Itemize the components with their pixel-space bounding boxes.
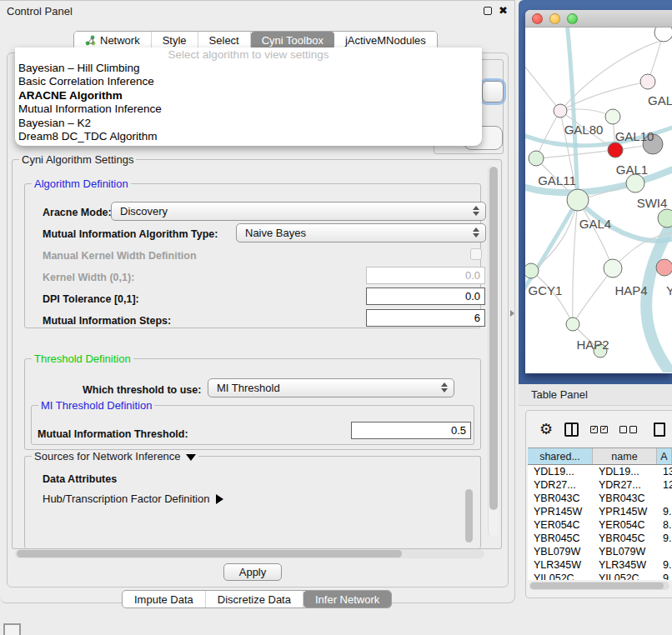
algorithm-option[interactable]: Basic Correlation Inference (15, 75, 482, 88)
node-label-gal10: GAL10 (615, 129, 654, 143)
algorithm-option[interactable]: Dream8 DC_TDC Algorithm (15, 130, 482, 143)
table-row[interactable]: YBR045CYBR045C9. (528, 532, 672, 545)
table-cell: YLR345W (593, 558, 657, 572)
table-panel-header: Table Panel (519, 384, 672, 406)
bottom-tabs: Impute DataDiscretize DataInfer Network (122, 590, 392, 608)
table-cell: YPR145W (593, 505, 657, 518)
network-node-gal80[interactable] (554, 104, 567, 118)
tab-style[interactable]: Style (152, 32, 198, 49)
network-node-gal1[interactable] (608, 142, 623, 158)
network-node[interactable] (658, 209, 672, 228)
network-node-gal10[interactable] (605, 109, 620, 124)
panel-title: Control Panel (7, 5, 73, 18)
network-node-gcy1[interactable] (525, 263, 539, 278)
settings-gear-icon[interactable]: ⚙ (539, 422, 553, 437)
table-cell: YER054C (593, 518, 657, 532)
table-cell: YDR27... (593, 478, 657, 492)
sources-group-title: Sources for Network Inference (32, 450, 198, 462)
column-header-name[interactable]: name (593, 448, 657, 464)
column-header-shared[interactable]: shared... (528, 448, 593, 464)
deselect-all-icon[interactable] (619, 426, 637, 433)
network-window-titlebar[interactable] (525, 10, 672, 28)
select-all-icon[interactable] (590, 426, 608, 433)
node-label-hap2: HAP2 (576, 338, 609, 352)
manual-kernel-checkbox[interactable] (470, 248, 482, 260)
control-panel-header: Control Panel ✖ (0, 1, 514, 21)
network-desktop: GALGAL80GAL10GAL1GAL11SWI4GAL4GCY1HAP4YH… (519, 0, 672, 385)
tab-cyni-toolbox[interactable]: Cyni Toolbox (251, 32, 334, 49)
table-row[interactable]: YDL19...YDL19...13 (528, 465, 672, 478)
table-row[interactable]: YIL052CYIL052C9 (528, 572, 672, 580)
table-row[interactable]: YBR043CYBR043C (528, 492, 672, 505)
network-node-gal4[interactable] (567, 189, 589, 211)
network-canvas[interactable]: GALGAL80GAL10GAL1GAL11SWI4GAL4GCY1HAP4YH… (525, 28, 672, 372)
algorithm-option[interactable]: Bayesian – K2 (15, 117, 482, 130)
which-threshold-combo[interactable]: MI Threshold (208, 378, 454, 398)
mi-threshold-field[interactable]: 0.5 (351, 422, 471, 439)
network-node-y[interactable] (656, 259, 672, 276)
algorithm-option[interactable]: Bayesian – Hill Climbing (15, 62, 482, 75)
tab-infer-network[interactable]: Infer Network (303, 591, 391, 608)
table-row[interactable]: YLR345WYLR345W9. (528, 558, 672, 572)
minimize-traffic-light-icon[interactable] (549, 13, 560, 24)
table-cell: 12 (657, 478, 672, 492)
network-node-hap2[interactable] (566, 318, 579, 331)
network-node-swi4[interactable] (626, 174, 644, 192)
minimized-panel-icon[interactable] (3, 623, 21, 635)
table-cell: YDL19... (593, 465, 657, 478)
tab-label: Select (209, 34, 239, 47)
table-row[interactable]: YDR27...YDR27...12 (528, 478, 672, 492)
mi-type-label: Mutual Information Algorithm Type: (43, 228, 218, 240)
table-cell: 9. (657, 558, 672, 572)
network-node-gal11[interactable] (529, 151, 544, 166)
table-row[interactable]: YER054CYER054C8. (528, 518, 672, 532)
node-label-gal80: GAL80 (564, 122, 604, 137)
tab-discretize-data[interactable]: Discretize Data (206, 591, 303, 608)
algorithm-option[interactable]: Mutual Information Inference (15, 102, 482, 116)
sources-title-text: Sources for Network Inference (34, 450, 181, 462)
apply-button[interactable]: Apply (223, 563, 282, 581)
column-header-a[interactable]: A (657, 448, 672, 464)
settings-vertical-scrollbar[interactable] (488, 165, 499, 537)
network-node-hap4[interactable] (604, 259, 622, 278)
tab-select[interactable]: Select (198, 32, 251, 49)
close-traffic-light-icon[interactable] (532, 13, 543, 24)
table-horizontal-scrollbar[interactable] (529, 582, 669, 590)
table-cell: YDR27... (528, 478, 593, 492)
split-columns-icon[interactable] (564, 422, 579, 437)
collapse-down-icon[interactable] (186, 454, 196, 461)
network-node-gal[interactable] (640, 74, 655, 89)
mi-steps-field[interactable]: 6 (366, 309, 485, 327)
document-icon[interactable] (654, 422, 665, 437)
tab-network[interactable]: Network (74, 32, 152, 49)
table-cell: 9. (657, 532, 672, 545)
settings-horizontal-scrollbar[interactable] (15, 549, 484, 558)
dpi-tolerance-field[interactable]: 0.0 (366, 288, 485, 305)
node-label-hap4: HAP4 (614, 283, 647, 298)
splitter-handle-icon[interactable] (510, 310, 514, 317)
mi-steps-label: Mutual Information Steps: (43, 315, 171, 327)
mi-type-combo[interactable]: Naive Bayes (236, 223, 486, 242)
table-row[interactable]: YPR145WYPR145W9. (528, 505, 672, 518)
float-window-icon[interactable] (484, 7, 492, 15)
kernel-width-field[interactable]: 0.0 (366, 267, 485, 284)
algorithm-option[interactable]: ARACNE Algorithm (15, 89, 482, 102)
tab-jactivemnodules[interactable]: jActiveMNodules (334, 32, 437, 49)
network-node[interactable] (654, 28, 672, 42)
table-panel-window: ⚙ shared...nameA YDL19...YDL19...13YDR27… (525, 410, 672, 598)
table-row[interactable]: YBL079WYBL079W (528, 545, 672, 558)
close-icon[interactable]: ✖ (499, 7, 508, 15)
aracne-mode-combo[interactable]: Discovery (111, 202, 486, 221)
table-cell: YBR043C (593, 492, 657, 505)
table-cell: 13 (657, 465, 672, 478)
algorithm-combo-stepper[interactable] (482, 81, 504, 102)
table-cell: 8. (657, 518, 672, 532)
table-cell: YIL052C (593, 572, 657, 580)
which-threshold-value: MI Threshold (217, 382, 280, 394)
tab-impute-data[interactable]: Impute Data (123, 591, 206, 608)
zoom-traffic-light-icon[interactable] (567, 13, 578, 24)
which-threshold-label: Which threshold to use: (83, 384, 201, 396)
table-cell: YBR045C (528, 532, 593, 545)
attributes-scrollbar[interactable] (465, 489, 473, 542)
table-cell: YBR045C (593, 532, 657, 545)
